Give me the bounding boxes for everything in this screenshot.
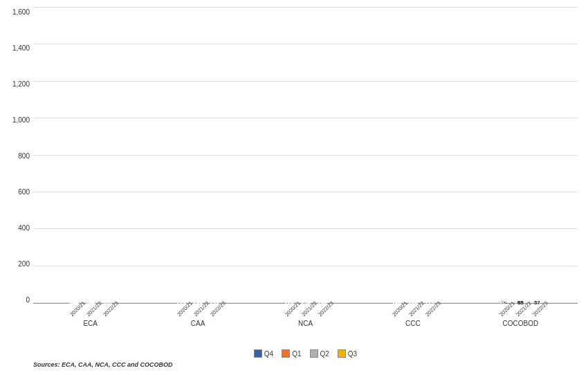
legend-item-q4: Q4 bbox=[254, 349, 273, 358]
x-bar-year-label: 2020/21 bbox=[284, 302, 299, 318]
legend-color-box-q4 bbox=[254, 349, 262, 358]
y-axis: 1,6001,4001,2001,0008006004002000 bbox=[7, 7, 33, 345]
legend-label-q3: Q3 bbox=[348, 350, 357, 358]
sources-label: Sources: bbox=[33, 361, 60, 368]
x-bar-year-label: 2021/22 bbox=[85, 302, 100, 318]
x-bar-year-label: 2021/22 bbox=[407, 302, 423, 318]
bars-area: 3443583573763663733643703602182212112312… bbox=[33, 7, 578, 304]
x-bar-labels: 2020/212021/222022/23 bbox=[359, 305, 466, 314]
y-axis-label: 1,600 bbox=[12, 8, 30, 16]
y-axis-label: 800 bbox=[18, 152, 30, 160]
x-bar-year-label: 2021/22 bbox=[300, 302, 315, 318]
x-bar-labels: 2020/212021/222022/23 bbox=[252, 305, 359, 314]
chart-area: 1,6001,4001,2001,0008006004002000 344358… bbox=[7, 7, 578, 345]
x-bar-year-label: 2020/21 bbox=[499, 302, 514, 318]
x-bar-year-label: 2022/23 bbox=[424, 302, 439, 318]
x-bar-labels: 2020/212021/222022/23 bbox=[144, 305, 251, 314]
legend-label-q1: Q1 bbox=[292, 350, 301, 358]
y-axis-label: 1,000 bbox=[12, 116, 30, 124]
y-axis-label: 1,200 bbox=[12, 80, 30, 88]
x-bar-year-label: 2022/23 bbox=[102, 302, 117, 318]
x-group-label: ECA bbox=[83, 320, 98, 327]
x-group-cocobod: 2020/212021/222022/23COCOBOD bbox=[467, 304, 574, 345]
x-group-label: NCA bbox=[298, 320, 313, 327]
legend-label-q4: Q4 bbox=[264, 350, 273, 358]
chart-container: 1,6001,4001,2001,0008006004002000 344358… bbox=[0, 0, 588, 375]
x-bar-year-label: 2022/23 bbox=[317, 302, 332, 318]
legend: Q4Q1Q2Q3 bbox=[33, 348, 578, 359]
x-bar-year-label: 2021/22 bbox=[515, 302, 531, 318]
x-bar-labels: 2020/212021/222022/23 bbox=[37, 305, 144, 314]
sources-content: ECA, CAA, NCA, CCC and COCOBOD bbox=[62, 361, 173, 368]
x-group-caa: 2020/212021/222022/23CAA bbox=[144, 304, 251, 345]
footer: Q4Q1Q2Q3 Sources: ECA, CAA, NCA, CCC and… bbox=[7, 345, 578, 368]
x-group-nca: 2020/212021/222022/23NCA bbox=[252, 304, 359, 345]
legend-item-q3: Q3 bbox=[338, 349, 357, 358]
x-group-eca: 2020/212021/222022/23ECA bbox=[37, 304, 144, 345]
legend-color-box-q2 bbox=[310, 349, 318, 358]
sources-text: Sources: ECA, CAA, NCA, CCC and COCOBOD bbox=[33, 361, 578, 368]
legend-item-q2: Q2 bbox=[310, 349, 329, 358]
x-group-label: COCOBOD bbox=[502, 320, 538, 327]
y-axis-label: 400 bbox=[18, 224, 30, 232]
chart-inner: 3443583573763663733643703602182212112312… bbox=[33, 7, 578, 345]
legend-item-q1: Q1 bbox=[282, 349, 301, 358]
x-bar-year-label: 2021/22 bbox=[192, 302, 208, 318]
legend-color-box-q1 bbox=[282, 349, 290, 358]
x-bar-year-label: 2020/21 bbox=[68, 302, 84, 318]
x-bar-year-label: 2020/21 bbox=[391, 302, 406, 318]
x-group-label: CCC bbox=[405, 320, 421, 327]
x-bar-labels: 2020/212021/222022/23 bbox=[467, 305, 574, 314]
legend-label-q2: Q2 bbox=[320, 350, 329, 358]
x-bar-year-label: 2022/23 bbox=[209, 302, 224, 318]
legend-color-box-q3 bbox=[338, 349, 346, 358]
x-bar-year-label: 2022/23 bbox=[532, 302, 547, 318]
y-axis-label: 1,400 bbox=[12, 44, 30, 52]
y-axis-label: 200 bbox=[18, 260, 30, 268]
x-group-ccc: 2020/212021/222022/23CCC bbox=[359, 304, 466, 345]
x-group-label: CAA bbox=[191, 320, 205, 327]
groups-container: 3443583573763663733643703602182212112312… bbox=[33, 7, 578, 303]
x-bar-year-label: 2020/21 bbox=[176, 302, 191, 318]
x-axis-area: 2020/212021/222022/23ECA2020/212021/2220… bbox=[33, 304, 578, 345]
y-axis-label: 0 bbox=[26, 296, 30, 304]
y-axis-label: 600 bbox=[18, 188, 30, 196]
